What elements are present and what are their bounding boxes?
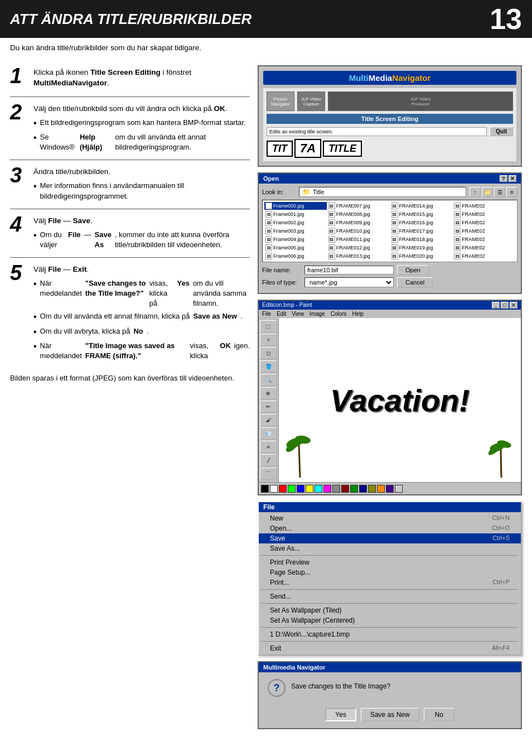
- file-menu-title: File: [263, 503, 275, 511]
- list-view-btn[interactable]: ☰: [494, 187, 505, 197]
- menu-item-save[interactable]: Save Ctrl+S: [259, 533, 521, 543]
- detail-view-btn[interactable]: ≡: [506, 187, 518, 197]
- tool-curve[interactable]: ⌒: [260, 468, 277, 480]
- file-item-frame004[interactable]: 🖼Frame004.jpg: [264, 235, 327, 243]
- file-item-frame000[interactable]: 🖼Frame000.jpg: [264, 202, 327, 210]
- menu-item-wallpaper-tiled[interactable]: Set As Wallpaper (Tiled): [259, 605, 521, 615]
- color-darkgreen[interactable]: [350, 485, 358, 493]
- tool-pencil[interactable]: ✏: [260, 401, 277, 413]
- filename-input[interactable]: [304, 266, 394, 275]
- color-cyan[interactable]: [315, 485, 322, 493]
- color-yellow[interactable]: [306, 485, 313, 493]
- file-icon: 🖼: [454, 203, 461, 209]
- dialog-close-btn[interactable]: ✕: [509, 175, 516, 182]
- color-olive[interactable]: [368, 485, 376, 493]
- file-item-frame013[interactable]: 🖼FRAME013.jpg: [327, 252, 390, 260]
- file-item-frame010[interactable]: 🖼FRAME010.jpg: [327, 227, 390, 235]
- paint-menu-file[interactable]: File: [262, 311, 271, 317]
- open-btn[interactable]: Open: [397, 265, 429, 275]
- menu-item-recent[interactable]: 1 D:\Work\...\capture1.bmp: [259, 629, 521, 639]
- mmn-save-as-new-btn[interactable]: Save as New: [361, 708, 419, 721]
- mmn-no-btn[interactable]: No: [424, 708, 454, 721]
- tool-text[interactable]: A: [260, 441, 277, 453]
- file-item-frame009[interactable]: 🖼FRAME009.jpg: [327, 219, 390, 227]
- paint-menu-view[interactable]: View: [292, 311, 304, 317]
- color-red[interactable]: [279, 485, 287, 493]
- tool-select-rect[interactable]: ⬚: [260, 320, 277, 333]
- file-item-frame018[interactable]: 🖼FRAME018.jpg: [390, 235, 453, 243]
- intro-text: Du kan ändra title/rubrikbilder som du h…: [10, 44, 522, 52]
- paint-menu-help[interactable]: Help: [352, 311, 364, 317]
- color-blue[interactable]: [297, 485, 304, 493]
- file-item-frame02a[interactable]: 🖼FRAME02: [453, 202, 515, 210]
- paint-menu-edit[interactable]: Edit: [277, 311, 286, 317]
- menu-item-exit[interactable]: Exit Alt+F4: [259, 643, 521, 653]
- file-item-frame003[interactable]: 🖼Frame003.jpg: [264, 227, 327, 235]
- paint-maximize-btn[interactable]: □: [501, 302, 509, 309]
- color-lightgray[interactable]: [395, 485, 403, 493]
- color-white[interactable]: [270, 485, 278, 493]
- file-item-frame02d[interactable]: 🖼FRAME02: [453, 227, 515, 235]
- file-item-frame002[interactable]: 🖼Frame002.jpg: [264, 219, 327, 227]
- tool-eyedropper[interactable]: 🔍: [260, 374, 277, 386]
- file-icon: 🖼: [454, 228, 461, 234]
- color-darkblue[interactable]: [359, 485, 367, 493]
- tool-eraser[interactable]: ◻: [260, 347, 277, 359]
- file-item-frame016[interactable]: 🖼FRAME016.jpg: [390, 219, 453, 227]
- color-gray[interactable]: [332, 485, 340, 493]
- menu-item-send[interactable]: Send...: [259, 591, 521, 601]
- file-item-frame008[interactable]: 🖼FRAME008.jpg: [327, 210, 390, 218]
- tool-brush[interactable]: 🖌: [260, 414, 277, 426]
- mmn-quit-btn[interactable]: Quit: [490, 127, 513, 136]
- create-folder-btn[interactable]: 📁: [482, 187, 493, 197]
- file-item-frame02b[interactable]: 🖼FRAME02: [453, 210, 515, 218]
- file-item-frame019[interactable]: 🖼FRAME019.jpg: [390, 244, 453, 252]
- file-item-frame015[interactable]: 🖼FRAME015.jpg: [390, 210, 453, 218]
- menu-item-wallpaper-centered[interactable]: Set As Wallpaper (Centered): [259, 615, 521, 625]
- color-black[interactable]: [261, 485, 269, 493]
- menu-item-saveas[interactable]: Save As...: [259, 543, 521, 553]
- mmn-yes-btn[interactable]: Yes: [325, 708, 356, 721]
- file-item-frame02e[interactable]: 🖼FRAME02: [453, 235, 515, 243]
- file-item-frame02f[interactable]: 🖼FRAME02: [453, 244, 515, 252]
- paint-menu-colors[interactable]: Colors: [331, 311, 347, 317]
- color-magenta[interactable]: [323, 485, 331, 493]
- file-item-frame007[interactable]: 🖼FRAME007.jpg: [327, 202, 390, 210]
- step-5-bullet-4: När meddelandet "Title Image was saved a…: [33, 341, 250, 361]
- file-item-frame020[interactable]: 🖼FRAME020.jpg: [390, 252, 453, 260]
- menu-item-print[interactable]: Print... Ctrl+P: [259, 577, 521, 588]
- step-3-bullets: Mer information finns i användarmanualen…: [33, 181, 250, 201]
- filetype-select[interactable]: name*.jpg: [304, 277, 394, 287]
- color-darkred[interactable]: [341, 485, 349, 493]
- file-item-frame02c[interactable]: 🖼FRAME02: [453, 219, 515, 227]
- tool-line[interactable]: ╱: [260, 454, 277, 466]
- menu-item-printpreview[interactable]: Print Preview: [259, 557, 521, 567]
- color-orange[interactable]: [377, 485, 385, 493]
- paint-menu-image[interactable]: Image: [309, 311, 325, 317]
- tool-zoom[interactable]: ⊕: [260, 387, 277, 399]
- file-item-frame02g[interactable]: 🖼FRAME02: [453, 252, 515, 260]
- tool-select-free[interactable]: ⌗: [260, 334, 277, 346]
- step-1-text: Klicka på ikonen Title Screen Editing i …: [33, 68, 250, 89]
- mmn-title-screen-editing-btn[interactable]: Title Screen Editing: [267, 114, 513, 124]
- dialog-question-btn[interactable]: ?: [500, 175, 507, 182]
- color-green[interactable]: [288, 485, 296, 493]
- tool-airbrush[interactable]: 💨: [260, 427, 277, 440]
- file-item-frame006[interactable]: 🖼Frame006.jpg: [264, 252, 327, 260]
- menu-item-open[interactable]: Open... Ctrl+O: [259, 523, 521, 533]
- file-item-frame017[interactable]: 🖼FRAME017.jpg: [390, 227, 453, 235]
- tool-fill[interactable]: 🪣: [260, 360, 277, 373]
- paint-minimize-btn[interactable]: _: [492, 302, 500, 309]
- paint-close-btn[interactable]: ✕: [510, 302, 518, 309]
- menu-item-new[interactable]: New Ctrl+N: [259, 513, 521, 523]
- color-purple[interactable]: [386, 485, 394, 493]
- cancel-btn[interactable]: Cancel: [397, 277, 433, 287]
- file-item-frame011[interactable]: 🖼FRAME011.jpg: [327, 235, 390, 243]
- file-item-frame012[interactable]: 🖼FRAME012.jpg: [327, 244, 390, 252]
- file-item-frame005[interactable]: 🖼Frame005.jpg: [264, 244, 327, 252]
- file-item-frame014[interactable]: 🖼FRAME014.jpg: [390, 202, 453, 210]
- file-item-frame001[interactable]: 🖼Frame001.jpg: [264, 210, 327, 218]
- lookin-field[interactable]: 📁 Title: [299, 187, 466, 197]
- up-folder-btn[interactable]: ↑: [470, 187, 481, 197]
- menu-item-pagesetup[interactable]: Page Setup...: [259, 567, 521, 577]
